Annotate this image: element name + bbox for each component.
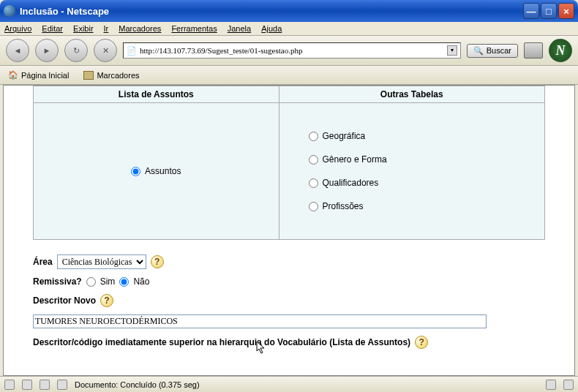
radio-profissoes-label: Profissões	[323, 201, 364, 211]
app-icon	[4, 5, 15, 17]
help-icon-area[interactable]: ?	[151, 255, 164, 268]
area-label: Área	[33, 257, 53, 267]
back-button[interactable]: ◄	[6, 39, 29, 62]
radio-genero-label: Gênero e Forma	[323, 154, 387, 165]
url-input[interactable]	[140, 46, 444, 55]
menu-ajuda[interactable]: Ajuda	[261, 24, 282, 33]
radio-qualificadores[interactable]	[309, 178, 318, 188]
home-label: Página Inicial	[21, 71, 69, 80]
status-icon-2[interactable]	[22, 380, 32, 390]
home-bookmark[interactable]: 🏠 Página Inicial	[4, 68, 72, 82]
menu-exibir[interactable]: Exibir	[73, 24, 94, 33]
status-icon-right-2[interactable]	[563, 380, 574, 390]
area-select[interactable]: Ciências Biológicas	[57, 255, 146, 269]
window-title: Inclusão - Netscape	[20, 6, 109, 17]
url-bar[interactable]: 📄 ▾	[123, 42, 461, 59]
close-button[interactable]: ×	[558, 3, 574, 19]
help-icon-descritor[interactable]: ?	[100, 294, 113, 307]
descritor-superior-label: Descritor/código imediatamente superior …	[33, 337, 410, 347]
remissiva-nao-label: Não	[133, 276, 149, 287]
radio-genero[interactable]	[309, 155, 318, 165]
header-outras: Outras Tabelas	[279, 86, 544, 103]
menu-marcadores[interactable]: Marcadores	[119, 24, 161, 33]
radio-geografica-label: Geográfica	[323, 131, 366, 141]
menu-ir[interactable]: Ir	[104, 24, 109, 33]
options-table: Lista de Assuntos Outras Tabelas Assunto…	[33, 86, 545, 240]
help-icon-superior[interactable]: ?	[415, 336, 428, 349]
status-icon-1[interactable]	[4, 380, 15, 390]
search-label: Buscar	[487, 46, 511, 55]
radio-remissiva-sim[interactable]	[86, 277, 96, 287]
forward-icon: ►	[43, 46, 51, 55]
titlebar: Inclusão - Netscape — □ ×	[0, 0, 578, 22]
forward-button[interactable]: ►	[35, 39, 59, 62]
stop-button[interactable]: ✕	[94, 39, 117, 62]
folder-icon	[83, 71, 94, 80]
menubar: Arquivo Editar Exibir Ir Marcadores Ferr…	[0, 22, 578, 36]
reload-button[interactable]: ↻	[64, 39, 88, 62]
search-button[interactable]: 🔍 Buscar	[467, 44, 518, 58]
navigation-toolbar: ◄ ► ↻ ✕ 📄 ▾ 🔍 Buscar N	[0, 36, 578, 66]
descritor-novo-label: Descritor Novo	[33, 295, 96, 306]
status-text: Documento: Concluído (0.375 seg)	[75, 380, 200, 389]
stop-icon: ✕	[102, 46, 109, 56]
radio-assuntos[interactable]	[131, 167, 140, 176]
menu-janela[interactable]: Janela	[228, 24, 251, 33]
menu-ferramentas[interactable]: Ferramentas	[171, 24, 217, 33]
remissiva-sim-label: Sim	[100, 276, 116, 287]
netscape-logo: N	[549, 39, 572, 62]
maximize-button[interactable]: □	[541, 3, 557, 19]
home-icon: 🏠	[8, 70, 18, 80]
remissiva-label: Remissiva?	[33, 276, 82, 287]
radio-geografica[interactable]	[309, 132, 318, 141]
url-dropdown-button[interactable]: ▾	[447, 45, 457, 56]
form-section: Área Ciências Biológicas ? Remissiva? Si…	[33, 240, 545, 363]
print-button[interactable]	[524, 42, 543, 59]
header-lista: Lista de Assuntos	[34, 86, 279, 103]
bookmarks-toolbar: 🏠 Página Inicial Marcadores	[0, 66, 578, 85]
search-icon: 🔍	[473, 46, 484, 56]
radio-assuntos-label: Assuntos	[145, 166, 181, 176]
descritor-novo-input[interactable]	[33, 314, 487, 328]
radio-remissiva-nao[interactable]	[119, 277, 129, 287]
radio-profissoes[interactable]	[309, 202, 318, 211]
minimize-button[interactable]: —	[523, 3, 539, 19]
menu-arquivo[interactable]: Arquivo	[4, 24, 31, 33]
reload-icon: ↻	[73, 46, 80, 56]
back-icon: ◄	[14, 46, 22, 55]
bookmarks-folder[interactable]: Marcadores	[80, 68, 143, 82]
status-icon-right-1[interactable]	[546, 380, 556, 390]
page-icon: 📄	[127, 46, 137, 56]
status-icon-4[interactable]	[57, 380, 67, 390]
bookmarks-label: Marcadores	[97, 71, 139, 80]
status-icon-3[interactable]	[40, 380, 50, 390]
chevron-down-icon: ▾	[451, 47, 454, 53]
statusbar: Documento: Concluído (0.375 seg)	[0, 376, 578, 392]
content-area[interactable]: Lista de Assuntos Outras Tabelas Assunto…	[3, 85, 575, 376]
radio-qualificadores-label: Qualificadores	[323, 178, 379, 188]
menu-editar[interactable]: Editar	[42, 24, 63, 33]
